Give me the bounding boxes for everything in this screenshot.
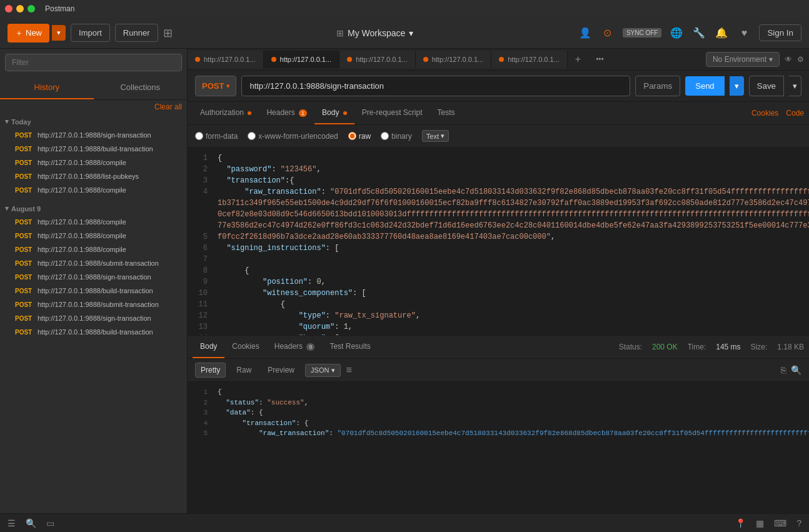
text-format-select[interactable]: Text ▾ [422,130,449,142]
clear-all-button[interactable]: Clear all [0,100,187,114]
save-dropdown[interactable]: ▾ [789,76,801,96]
tab-body[interactable]: Body [314,102,354,124]
preview-button[interactable]: Preview [262,363,300,378]
raw-button[interactable]: Raw [231,363,257,378]
list-item[interactable]: POST http://127.0.0.1:9888/build-transac… [5,325,182,339]
filter-input[interactable] [5,54,182,71]
list-item[interactable]: POST http://127.0.0.1:9888/compile [5,243,182,256]
list-item[interactable]: POST http://127.0.0.1:9888/list-pubkeys [5,169,182,183]
settings-icon[interactable]: ⚙ [797,55,804,64]
globe-icon[interactable]: 🌐 [669,27,684,39]
console-icon[interactable]: ▭ [46,518,54,528]
minimize-button[interactable] [16,5,24,13]
resp-code-content[interactable]: { "status": "success", "data": { "transa… [213,382,809,510]
urlencoded-option[interactable]: x-www-form-urlencoded [248,132,338,141]
help-icon[interactable]: ? [796,518,801,528]
params-button[interactable]: Params [635,76,680,96]
resp-tab-headers[interactable]: Headers 8 [267,336,323,358]
method-select[interactable]: POST ▾ [195,76,236,96]
req-tab-right: Cookies Code [751,109,804,118]
keyboard-icon[interactable]: ⌨ [774,518,786,528]
tab-headers[interactable]: Headers 1 [259,102,314,124]
runner-button[interactable]: Runner [115,24,158,42]
sync-indicator[interactable]: ⊙ [600,27,615,39]
list-item[interactable]: POST http://127.0.0.1:9888/compile [5,156,182,169]
list-item[interactable]: POST http://127.0.0.1:9888/compile [5,215,182,229]
resp-tab-cookies[interactable]: Cookies [224,336,266,358]
sync-label: SYNC OFF [623,28,662,38]
list-item[interactable]: POST http://127.0.0.1:9888/compile [5,183,182,197]
new-button[interactable]: ＋ New [8,24,49,43]
url-tab[interactable]: http://127.0.0.1... [416,51,492,68]
list-item[interactable]: POST http://127.0.0.1:9888/build-transac… [5,284,182,298]
code-editor[interactable]: 1 2 3 4 5 6 7 8 9 10 11 12 13 14 15 16 1… [188,148,809,335]
window-controls[interactable] [5,5,35,13]
list-item[interactable]: POST http://127.0.0.1:9888/sign-transact… [5,128,182,142]
save-button[interactable]: Save [749,76,784,96]
environment-select[interactable]: No Environment ▾ [706,52,780,67]
new-button-dropdown[interactable]: ▾ [52,25,66,41]
binary-option[interactable]: binary [381,132,412,141]
sidebar-toggle-icon[interactable]: ☰ [8,518,16,528]
text-format-label: Text [426,133,439,140]
form-data-option[interactable]: form-data [195,132,238,141]
location-icon[interactable]: 📍 [735,518,746,528]
list-item[interactable]: POST http://127.0.0.1:9888/sign-transact… [5,311,182,325]
code-link[interactable]: Code [786,109,804,118]
cookies-link[interactable]: Cookies [751,109,778,118]
filter-lines-icon[interactable]: ≡ [346,364,351,376]
url-tab[interactable]: http://127.0.0.1... [491,51,568,68]
signin-button[interactable]: Sign In [759,24,801,41]
more-tabs-button[interactable]: ••• [588,50,611,69]
tab-authorization[interactable]: Authorization [193,102,259,124]
search-bottom-icon[interactable]: 🔍 [26,518,36,528]
url-tab[interactable]: http://127.0.0.1... [188,51,264,68]
chevron-icon: ▾ [5,118,9,126]
list-item[interactable]: POST http://127.0.0.1:9888/sign-transact… [5,270,182,284]
list-item[interactable]: POST http://127.0.0.1:9888/submit-transa… [5,298,182,311]
json-format-select[interactable]: JSON ▾ [305,364,341,377]
close-button[interactable] [5,5,13,13]
tab-history[interactable]: History [0,76,94,99]
heart-icon[interactable]: ♥ [736,28,751,39]
pretty-button[interactable]: Pretty [195,363,226,378]
eye-icon[interactable]: 👁 [785,55,792,64]
search-icon[interactable]: 🔍 [791,365,801,375]
add-tab-button[interactable]: + [568,49,588,70]
tab-tests[interactable]: Tests [430,102,463,124]
list-item[interactable]: POST http://127.0.0.1:9888/submit-transa… [5,256,182,270]
request-url: http://127.0.0.1:9888/build-transaction [38,287,153,294]
wrench-icon[interactable]: 🔧 [691,27,706,39]
layout-icon[interactable]: ⊞ [163,26,173,40]
copy-icon[interactable]: ⎘ [781,365,786,375]
send-button[interactable]: Send [685,76,724,96]
url-input[interactable] [241,76,630,96]
maximize-button[interactable] [28,5,35,13]
request-url: http://127.0.0.1:9888/submit-transaction [38,301,159,308]
headers-count-badge: 8 [306,343,314,351]
body-dot [343,111,347,115]
import-button[interactable]: Import [71,24,110,42]
workspace-button[interactable]: ⊞ My Workspace ▾ [336,28,413,38]
raw-option[interactable]: raw [348,132,371,141]
tab-prerequest[interactable]: Pre-request Script [354,102,430,124]
send-dropdown[interactable]: ▾ [730,76,744,96]
resp-tab-body[interactable]: Body [193,336,224,358]
tab-collections[interactable]: Collections [94,76,188,99]
resp-tab-test-results[interactable]: Test Results [322,336,378,358]
response-options: Pretty Raw Preview JSON ▾ ≡ ⎘ 🔍 [188,359,809,382]
time-label: Time: [688,343,706,351]
request-url: http://127.0.0.1:9888/build-transaction [38,145,153,153]
sidebar-section-today: ▾ Today POST http://127.0.0.1:9888/sign-… [0,114,187,201]
bell-icon[interactable]: 🔔 [714,27,729,39]
layout-icon[interactable]: ▦ [756,518,764,528]
list-item[interactable]: POST http://127.0.0.1:9888/build-transac… [5,142,182,156]
url-tab[interactable]: http://127.0.0.1... [339,51,416,68]
list-item[interactable]: POST http://127.0.0.1:9888/compile [5,229,182,243]
ghost-icon[interactable]: 👤 [578,27,593,39]
code-content[interactable]: { "password": "123456", "transaction":{ … [213,148,809,335]
url-tab-active[interactable]: http://127.0.0.1... [264,51,340,68]
method-badge: POST [15,173,34,180]
modified-dot [499,57,504,62]
body-options: form-data x-www-form-urlencoded raw bina… [188,125,809,148]
